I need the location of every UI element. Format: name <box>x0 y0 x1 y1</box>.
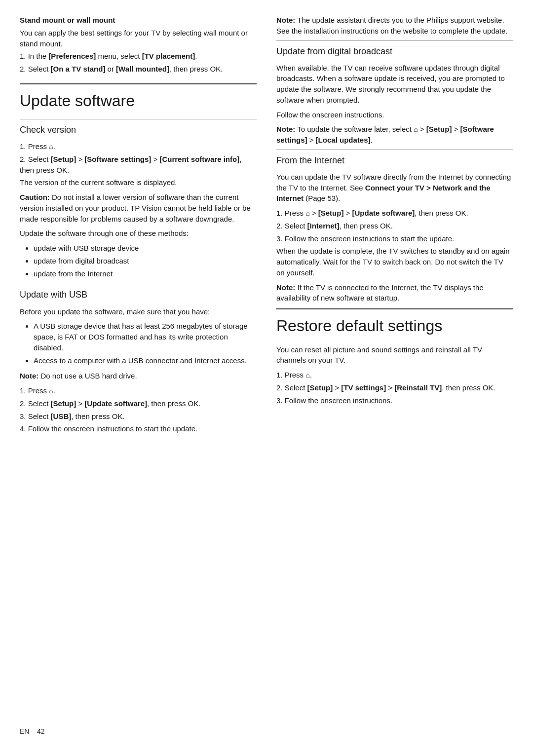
method-digital: update from digital broadcast <box>34 256 257 266</box>
usb-step2: 2. Select [Setup] > [Update software], t… <box>20 398 257 409</box>
restore-defaults-heading: Restore default settings <box>276 308 513 337</box>
method-usb: update with USB storage device <box>34 243 257 254</box>
restore-step2: 2. Select [Setup] > [TV settings] > [Rei… <box>276 382 513 393</box>
two-column-layout: Stand mount or wall mount You can apply … <box>20 15 513 717</box>
usb-step4: 4. Follow the onscreen instructions to s… <box>20 423 257 434</box>
usb-req-2: Access to a computer with a USB connecto… <box>34 355 257 366</box>
check-version-heading: Check version <box>20 119 257 136</box>
digital-broadcast-heading: Update from digital broadcast <box>276 40 513 58</box>
internet-note: Note: If the TV is connected to the Inte… <box>276 282 513 304</box>
home-icon-5: ⌂ <box>305 370 309 380</box>
home-icon-4: ⌂ <box>305 208 309 218</box>
update-methods-intro: Update the software through one of these… <box>20 228 257 239</box>
check-version-para1: The version of the current software is d… <box>20 177 257 188</box>
update-software-heading: Update software <box>20 83 257 112</box>
stand-mount-heading: Stand mount or wall mount <box>20 15 257 26</box>
usb-requirements-list: A USB storage device that has at least 2… <box>20 321 257 366</box>
method-internet: update from the Internet <box>34 268 257 279</box>
digital-note: Note: To update the software later, sele… <box>276 124 513 146</box>
footer-lang: EN <box>20 727 29 735</box>
usb-intro-para: Before you update the software, make sur… <box>20 306 257 317</box>
update-methods-list: update with USB storage device update fr… <box>20 243 257 279</box>
internet-step1: 1. Press ⌂ > [Setup] > [Update software]… <box>276 208 513 219</box>
usb-note: Note: Do not use a USB hard drive. <box>20 371 257 381</box>
stand-mount-para1: You can apply the best settings for your… <box>20 28 257 49</box>
check-version-step2: 2. Select [Setup] > [Software settings] … <box>20 154 257 176</box>
home-icon-1: ⌂ <box>49 142 53 151</box>
restore-para1: You can reset all picture and sound sett… <box>276 344 513 366</box>
usb-step3: 3. Select [USB], then press OK. <box>20 411 257 422</box>
restore-step1: 1. Press ⌂. <box>276 370 513 380</box>
page-container: Stand mount or wall mount You can apply … <box>0 0 533 756</box>
update-usb-heading: Update with USB <box>20 284 257 301</box>
internet-heading: From the Internet <box>276 150 513 167</box>
left-column: Stand mount or wall mount You can apply … <box>20 15 257 717</box>
usb-req-1: A USB storage device that has at least 2… <box>34 321 257 353</box>
digital-para1: When available, the TV can receive softw… <box>276 63 513 106</box>
page-footer: EN 42 <box>20 717 513 736</box>
internet-step2: 2. Select [Internet], then press OK. <box>276 221 513 231</box>
right-column: Note: The update assistant directs you t… <box>276 15 513 717</box>
home-icon-2: ⌂ <box>49 386 53 396</box>
stand-mount-section: Stand mount or wall mount You can apply … <box>20 15 257 75</box>
check-version-step1: 1. Press ⌂. <box>20 141 257 152</box>
internet-para2: When the update is complete, the TV swit… <box>276 246 513 278</box>
caution-text: Caution: Do not install a lower version … <box>20 192 257 224</box>
stand-mount-step2: 2. Select [On a TV stand] or [Wall mount… <box>20 64 257 75</box>
stand-mount-step1: 1. In the [Preferences] menu, select [TV… <box>20 51 257 62</box>
footer-page-number: 42 <box>37 727 45 735</box>
digital-para2: Follow the onscreen instructions. <box>276 110 513 120</box>
restore-step3: 3. Follow the onscreen instructions. <box>276 395 513 406</box>
home-icon-3: ⌂ <box>414 124 418 134</box>
top-note-block: Note: The update assistant directs you t… <box>276 15 513 37</box>
internet-step3: 3. Follow the onscreen instructions to s… <box>276 233 513 244</box>
internet-para1: You can update the TV software directly … <box>276 172 513 204</box>
usb-step1: 1. Press ⌂. <box>20 385 257 396</box>
